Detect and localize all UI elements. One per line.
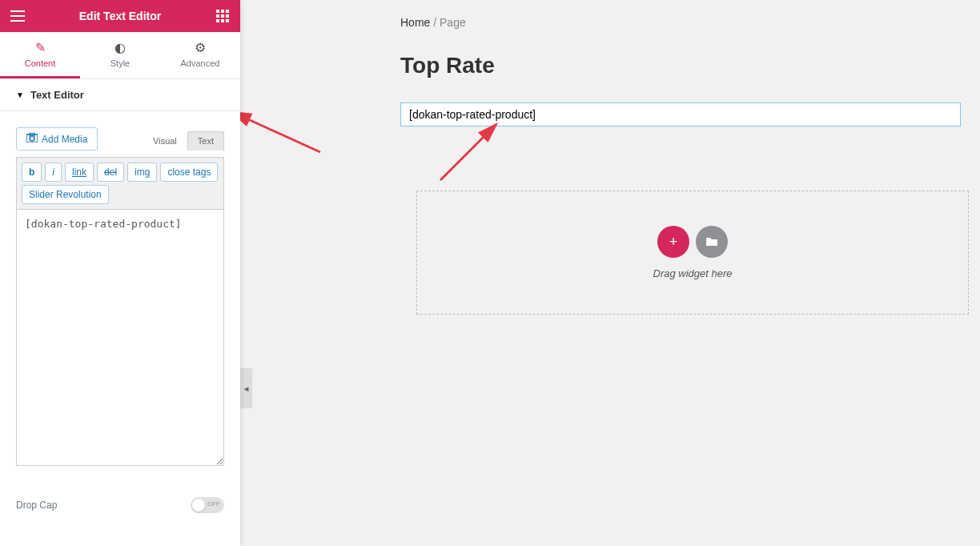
svg-rect-3 — [216, 14, 219, 18]
tab-content[interactable]: ✎ Content — [0, 32, 80, 78]
panel-header: Edit Text Editor — [0, 0, 240, 32]
toggle-handle — [192, 499, 205, 512]
breadcrumb-home[interactable]: Home — [400, 16, 430, 29]
svg-point-10 — [30, 136, 34, 141]
content-textarea[interactable] — [16, 210, 224, 466]
toggle-off-label: OFF — [207, 500, 220, 508]
close-tags-button[interactable]: close tags — [160, 163, 218, 182]
breadcrumb-page: Page — [440, 16, 466, 29]
drop-zone-text: Drag widget here — [653, 267, 733, 279]
editor-controls: Add Media Visual Text b i link del img c… — [0, 111, 240, 485]
visual-tab[interactable]: Visual — [143, 131, 187, 151]
camera-icon — [26, 133, 38, 145]
pencil-icon: ✎ — [0, 40, 80, 55]
breadcrumb-separator: / — [430, 16, 440, 29]
editor-mode-tabs: Visual Text — [143, 131, 224, 151]
italic-button[interactable]: i — [45, 163, 62, 182]
drop-cap-label: Drop Cap — [16, 500, 57, 511]
drop-zone-buttons: + — [657, 226, 728, 258]
bold-button[interactable]: b — [22, 163, 42, 182]
text-toolbar: b i link del img close tags Slider Revol… — [16, 157, 224, 210]
slider-revolution-button[interactable]: Slider Revolution — [22, 185, 109, 204]
del-button[interactable]: del — [97, 163, 124, 182]
folder-icon — [705, 234, 718, 251]
editor-panel: Edit Text Editor ✎ Content ◐ Style ⚙ Adv… — [0, 0, 240, 546]
add-media-label: Add Media — [42, 134, 87, 145]
tab-style-label: Style — [110, 58, 130, 68]
widget-drop-zone[interactable]: + Drag widget here — [416, 191, 969, 315]
tab-content-label: Content — [25, 58, 56, 68]
caret-down-icon: ▼ — [16, 90, 24, 99]
plus-icon: + — [669, 234, 678, 251]
panel-collapse-handle[interactable]: ◄ — [240, 368, 252, 408]
add-template-button[interactable] — [696, 226, 728, 258]
svg-rect-4 — [221, 14, 224, 18]
add-section-button[interactable]: + — [657, 226, 689, 258]
section-text-editor[interactable]: ▼ Text Editor — [0, 79, 240, 111]
editor-tabs: ✎ Content ◐ Style ⚙ Advanced — [0, 32, 240, 79]
svg-rect-8 — [226, 19, 229, 22]
tab-style[interactable]: ◐ Style — [80, 32, 160, 78]
svg-rect-6 — [216, 19, 219, 22]
breadcrumb: Home / Page — [400, 16, 980, 29]
svg-rect-0 — [216, 10, 219, 13]
panel-title: Edit Text Editor — [27, 10, 213, 22]
media-tabs-row: Add Media Visual Text — [16, 127, 224, 151]
drop-cap-control: Drop Cap OFF — [0, 485, 240, 525]
svg-rect-5 — [226, 14, 229, 18]
img-button[interactable]: img — [127, 163, 157, 182]
drop-cap-toggle[interactable]: OFF — [191, 497, 224, 513]
text-tab[interactable]: Text — [187, 131, 224, 151]
link-button[interactable]: link — [65, 163, 94, 182]
preview-area: Home / Page Top Rate [dokan-top-rated-pr… — [240, 0, 980, 546]
tab-advanced-label: Advanced — [181, 58, 220, 68]
page-title: Top Rate — [400, 53, 980, 78]
tab-advanced[interactable]: ⚙ Advanced — [160, 32, 240, 78]
add-media-button[interactable]: Add Media — [16, 127, 98, 151]
svg-rect-7 — [221, 19, 224, 22]
menu-icon[interactable] — [8, 6, 27, 26]
section-title: Text Editor — [30, 89, 84, 101]
shortcode-element[interactable]: [dokan-top-rated-product] — [400, 102, 961, 126]
svg-rect-1 — [221, 10, 224, 13]
grid-icon[interactable] — [213, 6, 232, 26]
contrast-icon: ◐ — [80, 40, 160, 55]
svg-rect-2 — [226, 10, 229, 13]
gear-icon: ⚙ — [160, 40, 240, 55]
